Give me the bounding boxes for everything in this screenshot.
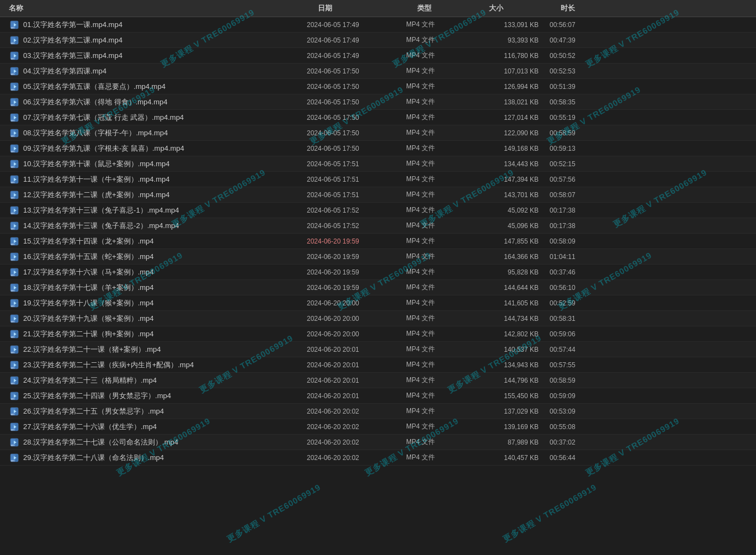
table-row[interactable]: MP4 24.汉字姓名学第二十三（格局精粹）.mp4 2024-06-20 20…	[0, 373, 756, 388]
file-name-text: 02.汉字姓名学第二课.mp4.mp4	[23, 35, 123, 45]
file-type: MP4 文件	[406, 236, 478, 246]
table-row[interactable]: MP4 02.汉字姓名学第二课.mp4.mp4 2024-06-05 17:49…	[0, 33, 756, 48]
file-date: 2024-06-20 20:02	[307, 408, 406, 415]
table-row[interactable]: MP4 09.汉字姓名学第九课（字根未-亥 鼠喜）.mp4.mp4 2024-0…	[0, 141, 756, 156]
file-duration: 00:57:55	[550, 361, 605, 369]
file-date: 2024-06-20 19:59	[307, 253, 406, 261]
file-duration: 00:56:07	[550, 21, 605, 29]
file-name-cell: MP4 20.汉字姓名学第十九课（猴+案例）.mp4	[9, 314, 307, 324]
table-row[interactable]: MP4 28.汉字姓名学第二十七课（公司命名法则）.mp4 2024-06-20…	[0, 435, 756, 450]
svg-text:MP4: MP4	[11, 228, 15, 230]
table-row[interactable]: MP4 07.汉字姓名学第七课（冠蔻 行走 武器）.mp4.mp4 2024-0…	[0, 110, 756, 125]
file-size: 122,090 KB	[478, 129, 550, 137]
file-name-text: 06.汉字姓名学第六课（得地 得食）.mp4.mp4	[23, 97, 168, 107]
table-row[interactable]: MP4 11.汉字姓名学第十一课（牛+案例）.mp4.mp4 2024-06-0…	[0, 172, 756, 187]
file-type: MP4 文件	[406, 159, 478, 168]
file-date: 2024-06-05 17:50	[307, 114, 406, 121]
file-name-cell: MP4 28.汉字姓名学第二十七课（公司命名法则）.mp4	[9, 437, 307, 447]
svg-text:MP4: MP4	[11, 445, 15, 447]
table-row[interactable]: MP4 19.汉字姓名学第十八课（猴+案例）.mp4 2024-06-20 20…	[0, 295, 756, 311]
svg-text:MP4: MP4	[11, 429, 15, 431]
table-row[interactable]: MP4 23.汉字姓名学第二十二课（疾病+内生肖+配偶）.mp4 2024-06…	[0, 357, 756, 373]
header-date[interactable]: 日期	[318, 3, 417, 13]
header-duration[interactable]: 时长	[561, 3, 616, 13]
file-duration: 00:58:59	[550, 129, 605, 137]
header-type[interactable]: 类型	[417, 3, 489, 13]
file-duration: 00:57:56	[550, 176, 605, 183]
mp4-file-icon: MP4	[9, 175, 20, 184]
table-row[interactable]: MP4 04.汉字姓名学第四课.mp4 2024-06-05 17:50 MP4…	[0, 64, 756, 79]
mp4-file-icon: MP4	[9, 144, 20, 153]
table-row[interactable]: MP4 08.汉字姓名学第八课（字根子-午）.mp4.mp4 2024-06-0…	[0, 125, 756, 141]
mp4-file-icon: MP4	[9, 330, 20, 339]
file-name-text: 10.汉字姓名学第十课（鼠忌+案例）.mp4.mp4	[23, 159, 169, 169]
table-row[interactable]: MP4 03.汉字姓名学第三课.mp4.mp4 2024-06-05 17:49…	[0, 48, 756, 64]
file-name-text: 13.汉字姓名学第十三课（兔子喜忌-1）.mp4.mp4	[23, 205, 179, 215]
table-header: 名称 日期 类型 大小 时长	[0, 0, 756, 17]
mp4-file-icon: MP4	[9, 191, 20, 199]
file-duration: 00:55:08	[550, 423, 605, 431]
table-row[interactable]: MP4 01.汉字姓名学第一课.mp4.mp4 2024-06-05 17:49…	[0, 17, 756, 33]
table-row[interactable]: MP4 27.汉字姓名学第二十六课（优生学）.mp4 2024-06-20 20…	[0, 419, 756, 435]
file-type: MP4 文件	[406, 35, 478, 45]
table-row[interactable]: MP4 17.汉字姓名学第十六课（马+案例）.mp4 2024-06-20 19…	[0, 265, 756, 280]
file-size: 141,605 KB	[478, 299, 550, 307]
file-date: 2024-06-05 17:50	[307, 83, 406, 91]
file-duration: 00:59:09	[550, 392, 605, 400]
file-size: 143,701 KB	[478, 191, 550, 199]
file-type: MP4 文件	[406, 221, 478, 230]
table-row[interactable]: MP4 16.汉字姓名学第十五课（蛇+案例）.mp4 2024-06-20 19…	[0, 249, 756, 265]
table-row[interactable]: MP4 15.汉字姓名学第十四课（龙+案例）.mp4 2024-06-20 19…	[0, 234, 756, 249]
table-row[interactable]: MP4 12.汉字姓名学第十二课（虎+案例）.mp4.mp4 2024-06-0…	[0, 187, 756, 203]
file-type: MP4 文件	[406, 205, 478, 215]
file-name-cell: MP4 19.汉字姓名学第十八课（猴+案例）.mp4	[9, 298, 307, 308]
file-type: MP4 文件	[406, 453, 478, 462]
file-name-cell: MP4 09.汉字姓名学第九课（字根未-亥 鼠喜）.mp4.mp4	[9, 144, 307, 154]
svg-text:MP4: MP4	[11, 135, 15, 138]
table-row[interactable]: MP4 29.汉字姓名学第二十八课（命名法则）.mp4 2024-06-20 2…	[0, 450, 756, 466]
file-type: MP4 文件	[406, 175, 478, 184]
file-name-text: 15.汉字姓名学第十四课（龙+案例）.mp4	[23, 236, 154, 246]
file-name-cell: MP4 18.汉字姓名学第十七课（羊+案例）.mp4	[9, 283, 307, 293]
file-type: MP4 文件	[406, 128, 478, 138]
file-size: 164,366 KB	[478, 253, 550, 261]
svg-text:MP4: MP4	[11, 321, 15, 323]
header-name[interactable]: 名称	[9, 3, 318, 13]
file-date: 2024-06-05 17:50	[307, 129, 406, 137]
table-row[interactable]: MP4 06.汉字姓名学第六课（得地 得食）.mp4.mp4 2024-06-0…	[0, 94, 756, 110]
file-type: MP4 文件	[406, 314, 478, 323]
file-type: MP4 文件	[406, 391, 478, 400]
mp4-file-icon: MP4	[9, 438, 20, 447]
table-row[interactable]: MP4 22.汉字姓名学第二十一课（猪+案例）.mp4 2024-06-20 2…	[0, 342, 756, 357]
file-duration: 00:51:39	[550, 83, 605, 91]
file-name-cell: MP4 22.汉字姓名学第二十一课（猪+案例）.mp4	[9, 345, 307, 355]
mp4-file-icon: MP4	[9, 453, 20, 462]
table-row[interactable]: MP4 20.汉字姓名学第十九课（猴+案例）.mp4 2024-06-20 20…	[0, 311, 756, 326]
file-duration: 00:17:38	[550, 222, 605, 230]
header-size[interactable]: 大小	[489, 3, 561, 13]
file-name-text: 11.汉字姓名学第十一课（牛+案例）.mp4.mp4	[23, 175, 169, 184]
table-row[interactable]: MP4 13.汉字姓名学第十三课（兔子喜忌-1）.mp4.mp4 2024-06…	[0, 203, 756, 218]
file-size: 134,443 KB	[478, 160, 550, 168]
mp4-file-icon: MP4	[9, 20, 20, 29]
svg-text:MP4: MP4	[11, 104, 15, 107]
file-date: 2024-06-20 20:00	[307, 330, 406, 338]
table-row[interactable]: MP4 05.汉字姓名学第五课（喜忌要点）.mp4.mp4 2024-06-05…	[0, 79, 756, 94]
file-size: 107,013 KB	[478, 67, 550, 75]
file-explorer: 名称 日期 类型 大小 时长 MP4 01.汉字姓名学第一课.mp4.mp4 2…	[0, 0, 756, 555]
mp4-file-icon: MP4	[9, 422, 20, 431]
file-name-cell: MP4 25.汉字姓名学第二十四课（男女禁忌字）.mp4	[9, 391, 307, 401]
file-name-cell: MP4 04.汉字姓名学第四课.mp4	[9, 66, 307, 76]
file-duration: 00:52:53	[550, 67, 605, 75]
table-row[interactable]: MP4 25.汉字姓名学第二十四课（男女禁忌字）.mp4 2024-06-20 …	[0, 388, 756, 404]
file-name-text: 09.汉字姓名学第九课（字根未-亥 鼠喜）.mp4.mp4	[23, 144, 184, 154]
table-row[interactable]: MP4 21.汉字姓名学第二十课（狗+案例）.mp4 2024-06-20 20…	[0, 326, 756, 342]
table-row[interactable]: MP4 26.汉字姓名学第二十五（男女禁忌字）.mp4 2024-06-20 2…	[0, 404, 756, 419]
svg-text:MP4: MP4	[11, 89, 15, 91]
table-row[interactable]: MP4 18.汉字姓名学第十七课（羊+案例）.mp4 2024-06-20 19…	[0, 280, 756, 295]
file-size: 155,450 KB	[478, 392, 550, 400]
table-row[interactable]: MP4 10.汉字姓名学第十课（鼠忌+案例）.mp4.mp4 2024-06-0…	[0, 156, 756, 172]
file-duration: 00:53:09	[550, 408, 605, 415]
file-duration: 00:37:02	[550, 438, 605, 446]
table-row[interactable]: MP4 14.汉字姓名学第十三课（兔子喜忌-2）.mp4.mp4 2024-06…	[0, 218, 756, 234]
